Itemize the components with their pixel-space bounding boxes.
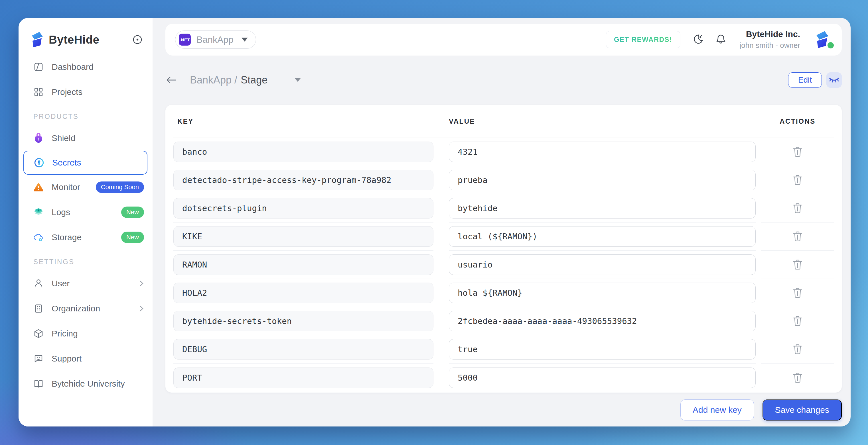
new-badge: New bbox=[121, 207, 144, 218]
sidebar-item-storage[interactable]: Storage New bbox=[19, 225, 153, 250]
sidebar-item-logs[interactable]: Logs New bbox=[19, 200, 153, 225]
dark-mode-moon-icon[interactable] bbox=[692, 34, 704, 45]
products-section-label: PRODUCTS bbox=[19, 112, 153, 121]
dashboard-icon bbox=[33, 62, 43, 72]
sidebar-item-label: User bbox=[52, 279, 69, 288]
logs-icon bbox=[33, 207, 43, 217]
table-row: HOLA2 hola ${RAMON} bbox=[174, 279, 834, 307]
user-icon bbox=[33, 278, 43, 288]
delete-row-button[interactable] bbox=[791, 145, 804, 159]
breadcrumb: BankApp / Stage Edit bbox=[165, 72, 842, 88]
table-row: detectado-stripe-access-key-program-78a9… bbox=[174, 166, 834, 194]
sidebar-item-label: Shield bbox=[52, 133, 75, 143]
delete-row-button[interactable] bbox=[791, 286, 804, 300]
sidebar-item-shield[interactable]: Shield bbox=[19, 126, 153, 151]
sidebar-item-label: Pricing bbox=[52, 329, 78, 338]
top-header-bar: .NET BankApp GET REWARDS! bbox=[165, 24, 842, 56]
key-input[interactable]: banco bbox=[174, 142, 433, 162]
sidebar-item-label: Storage bbox=[52, 233, 82, 242]
collapse-sidebar-icon[interactable] bbox=[133, 35, 142, 44]
sidebar-item-label: Support bbox=[52, 354, 82, 364]
footer-actions: Add new key Save changes bbox=[165, 400, 842, 420]
project-name: BankApp bbox=[196, 34, 234, 45]
monitor-warning-icon bbox=[33, 182, 43, 192]
sidebar-item-label: Organization bbox=[52, 304, 100, 313]
secrets-icon bbox=[34, 158, 44, 168]
trash-icon bbox=[793, 344, 802, 355]
eye-off-icon bbox=[828, 76, 840, 84]
delete-row-button[interactable] bbox=[791, 371, 804, 385]
delete-row-button[interactable] bbox=[791, 258, 804, 272]
table-row: RAMON usuario bbox=[174, 251, 834, 279]
pricing-box-icon bbox=[33, 329, 43, 339]
value-input[interactable]: 5000 bbox=[449, 368, 756, 388]
project-selector[interactable]: .NET BankApp bbox=[175, 31, 256, 49]
table-body: banco 4321 bbox=[174, 138, 834, 392]
main-area: .NET BankApp GET REWARDS! bbox=[153, 18, 850, 426]
value-input[interactable]: bytehide bbox=[449, 198, 756, 218]
caret-down-icon bbox=[242, 38, 248, 42]
sidebar: ByteHide Dashboard bbox=[19, 18, 153, 426]
trash-icon bbox=[793, 372, 802, 383]
online-status-dot bbox=[828, 42, 834, 48]
sidebar-item-user[interactable]: User bbox=[19, 271, 153, 296]
sidebar-item-pricing[interactable]: Pricing bbox=[19, 321, 153, 346]
key-input[interactable]: HOLA2 bbox=[174, 283, 433, 303]
delete-row-button[interactable] bbox=[791, 314, 804, 328]
value-input[interactable]: local (${RAMON}) bbox=[449, 226, 756, 247]
delete-row-button[interactable] bbox=[791, 173, 804, 187]
edit-button[interactable]: Edit bbox=[788, 72, 822, 88]
value-input[interactable]: true bbox=[449, 339, 756, 360]
sidebar-item-monitor[interactable]: Monitor Coming Soon bbox=[19, 175, 153, 200]
table-row: banco 4321 bbox=[174, 138, 834, 166]
notifications-bell-icon[interactable] bbox=[715, 34, 726, 45]
value-input[interactable]: usuario bbox=[449, 254, 756, 275]
back-arrow-icon[interactable] bbox=[165, 75, 177, 85]
sidebar-item-label: Projects bbox=[52, 87, 83, 97]
shield-icon bbox=[33, 133, 43, 143]
table-row: bytehide-secrets-token 2fcbedea-aaaa-aaa… bbox=[174, 307, 834, 335]
sidebar-nav: Dashboard Projects PRODUCTS bbox=[19, 55, 153, 396]
value-input[interactable]: hola ${RAMON} bbox=[449, 283, 756, 303]
sidebar-item-secrets[interactable]: Secrets bbox=[23, 151, 148, 175]
value-input[interactable]: 2fcbedea-aaaa-aaaa-aaaa-493065539632 bbox=[449, 311, 756, 331]
org-name: ByteHide Inc. bbox=[740, 29, 800, 39]
add-new-key-button[interactable]: Add new key bbox=[680, 400, 754, 420]
sidebar-item-label: Monitor bbox=[52, 182, 80, 192]
environment-caret-icon[interactable] bbox=[295, 78, 301, 82]
key-input[interactable]: DEBUG bbox=[174, 339, 433, 360]
avatar[interactable] bbox=[814, 30, 832, 49]
sidebar-item-label: Bytehide University bbox=[52, 379, 125, 388]
key-input[interactable]: bytehide-secrets-token bbox=[174, 311, 433, 331]
value-input[interactable]: prueba bbox=[449, 170, 756, 190]
new-badge: New bbox=[121, 232, 144, 243]
value-input[interactable]: 4321 bbox=[449, 142, 756, 162]
trash-icon bbox=[793, 203, 802, 214]
trash-icon bbox=[793, 175, 802, 185]
save-changes-button[interactable]: Save changes bbox=[763, 400, 842, 420]
table-row: dotsecrets-plugin bytehide bbox=[174, 194, 834, 222]
sidebar-item-organization[interactable]: Organization bbox=[19, 296, 153, 321]
delete-row-button[interactable] bbox=[791, 201, 804, 215]
key-input[interactable]: dotsecrets-plugin bbox=[174, 198, 433, 218]
chevron-right-icon bbox=[139, 305, 144, 312]
key-input[interactable]: KIKE bbox=[174, 226, 433, 247]
table-header-row: KEY VALUE ACTIONS bbox=[174, 105, 834, 138]
breadcrumb-path[interactable]: BankApp / bbox=[190, 74, 237, 86]
brand-name: ByteHide bbox=[49, 33, 99, 46]
sidebar-item-support[interactable]: Support bbox=[19, 346, 153, 371]
key-input[interactable]: RAMON bbox=[174, 254, 433, 275]
projects-icon bbox=[33, 87, 43, 97]
key-input[interactable]: detectado-stripe-access-key-program-78a9… bbox=[174, 170, 433, 190]
account-identity[interactable]: ByteHide Inc. john smith - owner bbox=[740, 29, 800, 50]
key-input[interactable]: PORT bbox=[174, 368, 433, 388]
get-rewards-button[interactable]: GET REWARDS! bbox=[606, 31, 680, 48]
hide-values-button[interactable] bbox=[826, 72, 842, 88]
sidebar-item-bytehide-university[interactable]: Bytehide University bbox=[19, 371, 153, 396]
sidebar-item-label: Logs bbox=[52, 207, 70, 217]
sidebar-item-dashboard[interactable]: Dashboard bbox=[19, 55, 153, 79]
delete-row-button[interactable] bbox=[791, 342, 804, 356]
delete-row-button[interactable] bbox=[791, 230, 804, 243]
trash-icon bbox=[793, 231, 802, 242]
sidebar-item-projects[interactable]: Projects bbox=[19, 79, 153, 105]
